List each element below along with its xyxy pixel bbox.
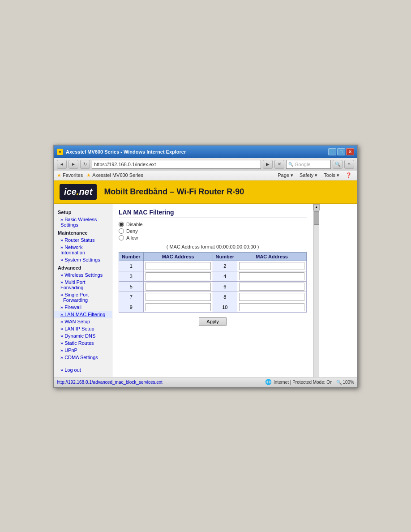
forward-button[interactable]: ► xyxy=(68,160,78,169)
logo: ice.net xyxy=(64,187,92,197)
mac-input-10[interactable] xyxy=(239,303,304,311)
tools-menu-button[interactable]: Tools ▾ xyxy=(321,172,342,179)
maximize-button[interactable]: □ xyxy=(337,148,345,155)
sidebar-item-multi-port[interactable]: » Multi Port Forwading xyxy=(54,279,112,291)
status-right: 🌐 Internet | Protected Mode: On 🔍 100% xyxy=(265,379,354,385)
sidebar-item-single-port[interactable]: » Single Port Forwarding xyxy=(54,291,112,304)
search-icon: 🔍 xyxy=(288,162,293,167)
mac-input-1[interactable] xyxy=(146,262,211,270)
sidebar-item-dynamic-dns[interactable]: » Dynamic DNS xyxy=(54,332,112,339)
sidebar-item-logout[interactable]: » Log out xyxy=(54,366,112,373)
deny-radio-label[interactable]: Deny xyxy=(119,228,307,234)
disable-radio-label[interactable]: Disable xyxy=(119,222,307,227)
format-hint: ( MAC Address format 00:00:00:00:00:00 ) xyxy=(119,244,307,249)
zoom-text: 🔍 100% xyxy=(336,380,354,385)
browser-icon: e xyxy=(57,149,63,155)
filter-mode-group: Disable Deny Allow xyxy=(119,222,307,240)
sidebar-item-lan-mac[interactable]: » LAN MAC Filtering xyxy=(54,311,112,318)
sidebar-item-network-info[interactable]: » Network Information xyxy=(54,244,112,256)
col-mac-2: MAC Address xyxy=(237,252,307,261)
status-bar: http://192.168.0.1/advanced_mac_block_se… xyxy=(54,377,357,387)
num-10: 10 xyxy=(213,302,237,312)
back-button[interactable]: ◄ xyxy=(57,160,67,169)
apply-button[interactable]: Apply xyxy=(199,317,227,326)
sidebar-item-lan-ip[interactable]: » LAN IP Setup xyxy=(54,325,112,332)
allow-label: Allow xyxy=(126,235,138,240)
sidebar-item-upnp[interactable]: » UPnP xyxy=(54,347,112,354)
fav-axesstel[interactable]: ★ Axesstel MV600 Series xyxy=(86,172,143,178)
mac-input-6[interactable] xyxy=(239,283,304,291)
scroll-thumb[interactable] xyxy=(314,211,319,225)
search-input[interactable]: 🔍 Google xyxy=(286,160,331,169)
sidebar-item-system-settings[interactable]: » System Settings xyxy=(54,256,112,263)
disable-label: Disable xyxy=(126,222,143,227)
scroll-up-arrow[interactable]: ▲ xyxy=(313,204,320,210)
mac-input-5[interactable] xyxy=(146,283,211,291)
mac-input-4[interactable] xyxy=(239,272,304,280)
col-number-2: Number xyxy=(213,252,237,261)
zone-icon: 🌐 xyxy=(265,379,272,385)
sidebar-item-cdma-settings[interactable]: » CDMA Settings xyxy=(54,354,112,361)
sidebar-item-wan-setup[interactable]: » WAN Setup xyxy=(54,318,112,325)
safety-menu-button[interactable]: Safety ▾ xyxy=(297,172,320,179)
title-bar: e Axesstel MV600 Series - Windows Intern… xyxy=(54,146,357,158)
table-row: 3 4 xyxy=(119,271,307,281)
status-zone: 🌐 Internet | Protected Mode: On xyxy=(265,379,333,385)
mac-table: Number MAC Address Number MAC Address 1 xyxy=(119,252,307,313)
favorites-label[interactable]: ★ Favorites xyxy=(57,172,83,178)
address-input[interactable]: https://192.168.0.1/index.ext xyxy=(92,160,261,169)
page-menu-button[interactable]: Page ▾ xyxy=(275,172,295,179)
sidebar-item-basic-wireless[interactable]: » Basic WirelessSettings xyxy=(54,216,112,228)
mac-input-9[interactable] xyxy=(146,303,211,311)
scrollbar[interactable]: ▲ xyxy=(313,204,319,377)
num-8: 8 xyxy=(213,292,237,302)
sidebar-section-advanced: Advanced xyxy=(54,263,112,271)
fav-icon: ★ xyxy=(86,172,91,178)
router-title: Mobilt Bredbånd – Wi-Fi Router R-90 xyxy=(104,187,244,197)
mac-input-cell-7 xyxy=(143,292,213,302)
sidebar-item-router-status[interactable]: » Router Status xyxy=(54,236,112,244)
logo-box: ice.net xyxy=(60,184,97,200)
num-2: 2 xyxy=(213,261,237,271)
sidebar-item-firewall[interactable]: » Firewall xyxy=(54,304,112,311)
status-url: http://192.168.0.1/advanced_mac_block_se… xyxy=(57,380,163,385)
num-4: 4 xyxy=(213,271,237,281)
minimize-button[interactable]: ─ xyxy=(328,148,336,155)
stop-button[interactable]: ✕ xyxy=(274,160,284,169)
more-options-button[interactable]: » xyxy=(344,160,354,169)
mac-input-cell-1 xyxy=(143,261,213,271)
zone-label: Internet | Protected Mode: On xyxy=(274,380,333,385)
mac-input-2[interactable] xyxy=(239,262,304,270)
mac-input-7[interactable] xyxy=(146,293,211,301)
sidebar-item-static-routes[interactable]: » Static Routes xyxy=(54,339,112,347)
go-button[interactable]: ▶ xyxy=(263,160,273,169)
refresh-button[interactable]: ↻ xyxy=(80,160,90,169)
search-button[interactable]: 🔍 xyxy=(333,160,342,169)
col-mac-1: MAC Address xyxy=(143,252,213,261)
col-number-1: Number xyxy=(119,252,144,261)
title-bar-left: e Axesstel MV600 Series - Windows Intern… xyxy=(57,149,186,155)
deny-radio[interactable] xyxy=(119,228,124,234)
sidebar-item-wireless-settings[interactable]: » Wireless Settings xyxy=(54,271,112,279)
allow-radio-label[interactable]: Allow xyxy=(119,235,307,240)
disable-radio[interactable] xyxy=(119,222,124,227)
mac-input-3[interactable] xyxy=(146,272,211,280)
sidebar-section-maintenance: Maintenance xyxy=(54,228,112,236)
main-content: LAN MAC Filtering Disable Deny xyxy=(112,204,313,377)
close-button[interactable]: ✕ xyxy=(346,148,354,155)
sidebar-section-setup: Setup xyxy=(54,208,112,216)
sidebar: Setup » Basic WirelessSettings Maintenan… xyxy=(54,204,112,377)
allow-radio[interactable] xyxy=(119,235,124,240)
table-row: 5 6 xyxy=(119,281,307,292)
page-title: LAN MAC Filtering xyxy=(119,209,307,218)
num-5: 5 xyxy=(119,281,144,292)
window-controls: ─ □ ✕ xyxy=(328,148,354,155)
table-row: 1 2 xyxy=(119,261,307,271)
mac-input-cell-6 xyxy=(237,281,307,292)
browser-title: Axesstel MV600 Series - Windows Internet… xyxy=(66,149,186,154)
mac-input-cell-9 xyxy=(143,302,213,312)
zoom-control[interactable]: 🔍 100% xyxy=(336,380,354,385)
mac-input-8[interactable] xyxy=(239,293,304,301)
help-button[interactable]: ❓ xyxy=(343,172,354,179)
mac-input-cell-4 xyxy=(237,271,307,281)
